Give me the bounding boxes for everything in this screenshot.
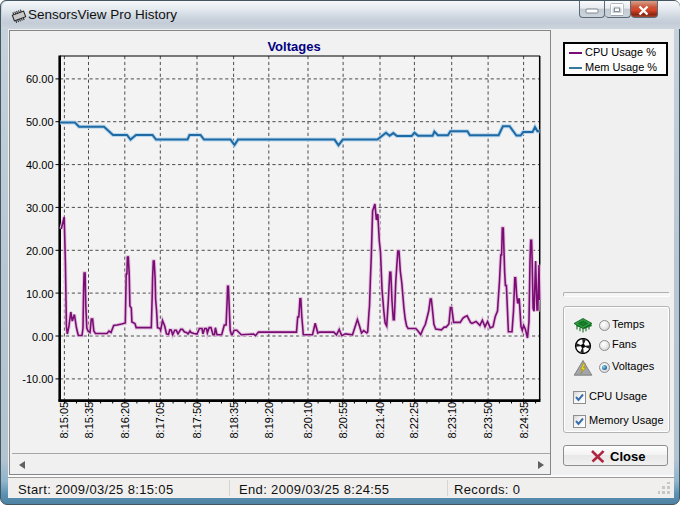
- svg-text:10.00: 10.00: [26, 288, 54, 300]
- svg-text:8:24:35: 8:24:35: [518, 402, 530, 439]
- svg-text:8:20:10: 8:20:10: [302, 402, 314, 439]
- svg-text:8:21:40: 8:21:40: [374, 402, 386, 439]
- svg-text:Voltages: Voltages: [267, 39, 320, 54]
- svg-text:60.00: 60.00: [26, 73, 54, 85]
- svg-text:8:15:05: 8:15:05: [58, 402, 70, 439]
- svg-text:8:17:05: 8:17:05: [154, 402, 166, 439]
- svg-text:8:22:25: 8:22:25: [408, 402, 420, 439]
- svg-text:8:15:35: 8:15:35: [83, 402, 95, 439]
- svg-text:8:20:55: 8:20:55: [337, 402, 349, 439]
- svg-text:-10.00: -10.00: [22, 373, 53, 385]
- svg-text:8:18:35: 8:18:35: [228, 402, 240, 439]
- svg-text:40.00: 40.00: [26, 159, 54, 171]
- svg-text:50.00: 50.00: [26, 116, 54, 128]
- svg-text:8:17:50: 8:17:50: [191, 402, 203, 439]
- svg-text:8:23:50: 8:23:50: [482, 402, 494, 439]
- svg-text:8:19:20: 8:19:20: [263, 402, 275, 439]
- svg-text:30.00: 30.00: [26, 202, 54, 214]
- svg-text:20.00: 20.00: [26, 245, 54, 257]
- svg-text:8:16:20: 8:16:20: [119, 402, 131, 439]
- svg-text:0.00: 0.00: [32, 331, 53, 343]
- svg-text:8:23:10: 8:23:10: [446, 402, 458, 439]
